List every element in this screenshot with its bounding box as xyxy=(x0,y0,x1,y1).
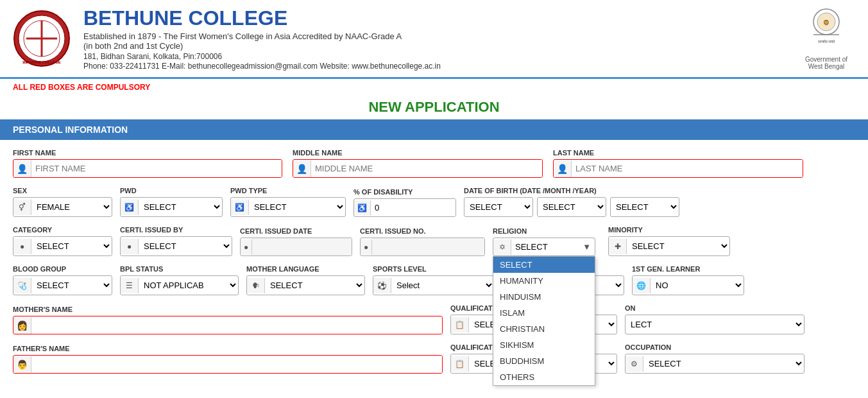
certi-issued-no-input[interactable] xyxy=(372,238,485,255)
mothers-name-wrapper: 👩 xyxy=(13,316,443,334)
mothers-name-input[interactable] xyxy=(31,316,442,334)
occupation-select[interactable]: SELECT xyxy=(643,354,804,373)
sports-level-select[interactable]: Select xyxy=(391,276,494,295)
occupation-label-hint: ON xyxy=(625,304,804,312)
mother-language-select[interactable]: SELECT xyxy=(265,276,364,295)
first-name-input[interactable] xyxy=(31,160,282,177)
chevron-down-icon: ▼ xyxy=(579,242,595,252)
occupation-select-wrapper: LECT SELECT xyxy=(625,315,804,334)
dob-year-wrapper: SELECT xyxy=(610,197,679,217)
qualification-icon: 📋 xyxy=(451,317,469,333)
dob-year-select[interactable]: SELECT xyxy=(611,198,679,216)
middle-name-input[interactable] xyxy=(311,160,542,177)
certi-issued-by-label: CERTI. ISSUED BY xyxy=(120,226,232,234)
category-wrapper: ● SELECT xyxy=(13,236,112,256)
occupation-label: OCCUPATION xyxy=(625,343,804,351)
dob-month-select[interactable]: SELECT xyxy=(538,198,606,216)
certi-issued-by-wrapper: ● SELECT xyxy=(120,236,232,256)
college-subtitle2: (in both 2nd and 1st Cycle) xyxy=(83,41,797,51)
minority-select[interactable]: SELECT xyxy=(627,237,729,255)
mother-language-wrapper: 🗣 SELECT xyxy=(246,275,365,295)
religion-option-others[interactable]: OTHERS xyxy=(493,369,595,385)
sex-group: SEX ⚥ FEMALE MALE OTHER xyxy=(13,187,112,217)
dob-date-wrapper: SELECT xyxy=(464,197,533,217)
pwd-input-wrapper: ♿ SELECT YES NO xyxy=(120,197,223,217)
religion-option-christian[interactable]: CHRISTIAN xyxy=(493,321,595,337)
religion-option-buddhism[interactable]: BUDDHISM xyxy=(493,353,595,369)
sex-label: SEX xyxy=(13,187,112,195)
person-icon-last: 👤 xyxy=(554,160,572,177)
religion-dropdown: SELECT HUMANITY HINDUISM ISLAM CHRISTIAN… xyxy=(493,256,595,386)
religion-wrapper[interactable]: ✡ SELECT ▼ xyxy=(493,238,595,256)
certi-issued-date-label: CERTI. ISSUED DATE xyxy=(240,227,352,235)
sex-input-wrapper: ⚥ FEMALE MALE OTHER xyxy=(13,197,112,217)
pwd-select[interactable]: SELECT YES NO xyxy=(139,198,222,216)
mother-icon: 👩 xyxy=(13,317,31,334)
sports-level-wrapper: ⚽ Select xyxy=(373,275,495,295)
college-subtitle: Established in 1879 - The First Women's … xyxy=(83,31,797,41)
minority-label: MINORITY xyxy=(608,226,730,234)
category-group: CATEGORY ● SELECT xyxy=(13,226,112,256)
certi-issued-no-group: CERTI. ISSUED NO. ● xyxy=(360,227,485,256)
govt-emblem: 🦁 सत्यमेव जयते Government of West Bengal xyxy=(797,8,855,70)
certi-issued-date-input[interactable] xyxy=(252,238,352,255)
occupation-select-right[interactable]: LECT SELECT xyxy=(625,315,804,334)
religion-option-hinduism[interactable]: HINDUISM xyxy=(493,289,595,305)
pct-disability-group: % OF DISABILITY ♿ % xyxy=(353,188,456,217)
certi-issued-by-icon: ● xyxy=(121,239,139,254)
religion-option-islam[interactable]: ISLAM xyxy=(493,305,595,321)
dob-month-wrapper: SELECT xyxy=(537,197,606,217)
minority-group: MINORITY ✚ SELECT xyxy=(608,226,730,256)
pct-icon: ♿ xyxy=(354,200,371,216)
header: BETHUNE COLLEGE BETHUNE COLLEGE Establis… xyxy=(0,0,868,79)
page-title: NEW APPLICATION xyxy=(0,95,868,119)
pct-disability-input[interactable] xyxy=(371,199,456,216)
blood-icon: 🩺 xyxy=(13,278,31,293)
pwd-type-input-wrapper: ♿ SELECT xyxy=(230,197,346,217)
college-address: 181, Bidhan Sarani, Kolkata, Pin:700006 xyxy=(83,52,797,61)
mothers-name-label: MOTHER'S NAME xyxy=(13,306,443,313)
pwd-type-label: PWD TYPE xyxy=(230,187,346,195)
bpl-icon: ☰ xyxy=(121,278,139,293)
religion-option-sikhism[interactable]: SIKHISM xyxy=(493,337,595,353)
occupation-group: OCCUPATION ⚙ SELECT xyxy=(625,343,804,374)
middle-name-input-wrapper: 👤 xyxy=(293,159,543,178)
first-gen-select[interactable]: NO YES xyxy=(651,276,744,295)
sports-icon: ⚽ xyxy=(373,278,391,293)
sports-level-label: SPORTS LEVEL xyxy=(373,265,495,273)
svg-text:सत्यमेव जयते: सत्यमेव जयते xyxy=(817,39,836,44)
category-icon: ● xyxy=(13,239,31,254)
religion-label: RELIGION xyxy=(493,227,595,235)
first-name-input-wrapper: 👤 xyxy=(13,159,282,178)
pwd-type-select[interactable]: SELECT xyxy=(249,198,345,216)
fathers-name-input[interactable] xyxy=(31,356,442,373)
bpl-status-wrapper: ☰ NOT APPLICAB YES NO xyxy=(120,275,239,295)
svg-text:🦁: 🦁 xyxy=(823,19,830,26)
pwd-label: PWD xyxy=(120,187,223,195)
middle-name-group: MIDDLE NAME 👤 xyxy=(293,149,543,178)
fathers-name-group: FATHER'S NAME 👨 xyxy=(13,345,443,374)
disability-icon: ♿ xyxy=(121,200,139,215)
alert-text: ALL RED BOXES ARE COMPULSORY xyxy=(13,83,150,92)
category-select[interactable]: SELECT xyxy=(31,237,112,255)
last-name-input[interactable] xyxy=(572,160,803,177)
certi-issued-by-select[interactable]: SELECT xyxy=(139,237,232,255)
blood-group-select[interactable]: SELECT xyxy=(31,276,112,295)
gender-icon: ⚥ xyxy=(13,200,31,215)
blood-group-label: BLOOD GROUP xyxy=(13,265,112,273)
minority-wrapper: ✚ SELECT xyxy=(608,236,730,256)
certi-issued-date-group: CERTI. ISSUED DATE ● xyxy=(240,227,352,256)
certi-no-icon: ● xyxy=(361,239,372,255)
religion-option-select[interactable]: SELECT xyxy=(493,257,595,273)
bpl-status-select[interactable]: NOT APPLICAB YES NO xyxy=(139,276,238,295)
blood-group-group: BLOOD GROUP 🩺 SELECT xyxy=(13,265,112,295)
religion-option-humanity[interactable]: HUMANITY xyxy=(493,273,595,289)
bpl-status-group: BPL STATUS ☰ NOT APPLICAB YES NO xyxy=(120,265,239,295)
first-gen-icon: 🌐 xyxy=(633,278,651,293)
sex-select[interactable]: FEMALE MALE OTHER xyxy=(31,198,112,216)
qualification2-icon: 📋 xyxy=(451,356,469,372)
occupation-icon: ⚙ xyxy=(625,356,643,372)
mother-language-label: MOTHER LANGUAGE xyxy=(246,265,365,273)
dob-date-select[interactable]: SELECT xyxy=(464,198,532,216)
college-title: BETHUNE COLLEGE xyxy=(83,6,797,30)
